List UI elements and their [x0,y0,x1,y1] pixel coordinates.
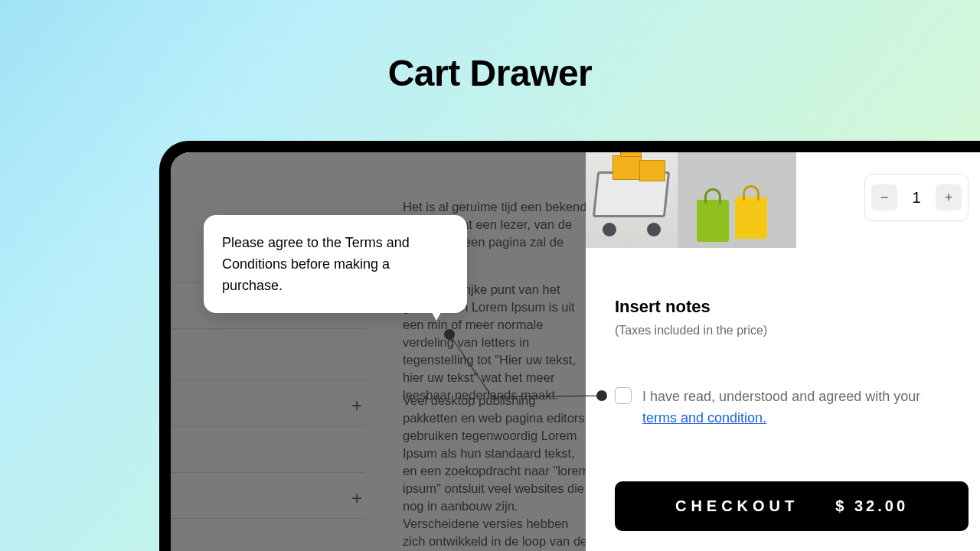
qty-value: 1 [903,189,929,207]
bg-paragraph: Veel desktop publishing pakketten en web… [403,392,591,551]
terms-checkbox[interactable] [615,387,632,404]
checkout-button[interactable]: CHECKOUT $ 32.00 [615,481,969,531]
accordion-divider [171,518,366,519]
product-image [586,152,796,248]
terms-prefix: I have read, understood and agreed with … [642,389,920,404]
notes-title: Insert notes [615,297,710,317]
terms-link[interactable]: terms and condition. [642,410,766,425]
accordion-row[interactable]: + [171,380,366,425]
cart-illustration [586,152,796,248]
page-title: Cart Drawer [0,52,980,94]
backdrop-dim: Het is al geruime tijd een bekend gegeve… [171,152,586,551]
screen: Het is al geruime tijd een bekend gegeve… [171,152,980,551]
accordion-divider [171,425,366,426]
terms-row: I have read, understood and agreed with … [615,386,949,429]
tooltip-tail [420,290,453,321]
connector-dot [596,390,607,401]
checkout-price: $ 32.00 [835,497,908,515]
cart-drawer: − 1 + Insert notes (Taxes included in th… [586,152,980,551]
accordion-divider [171,328,366,329]
terms-text: I have read, understood and agreed with … [642,386,949,429]
connector-dot [444,329,455,340]
qty-decrease-button[interactable]: − [871,184,897,210]
plus-icon: + [351,395,362,416]
qty-increase-button[interactable]: + [936,184,962,210]
checkout-label: CHECKOUT [675,497,799,515]
notes-subtitle: (Taxes included in the price) [615,324,767,337]
accordion-row[interactable]: + [171,472,366,518]
quantity-stepper[interactable]: − 1 + [864,174,969,221]
device-frame: Het is al geruime tijd een bekend gegeve… [159,141,980,551]
plus-icon: + [351,487,362,509]
